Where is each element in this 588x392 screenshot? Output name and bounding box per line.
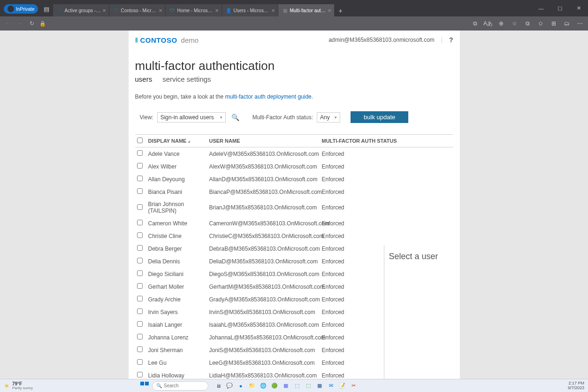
row-checkbox[interactable] — [137, 188, 143, 194]
bulk-update-button[interactable]: bulk update — [351, 111, 408, 123]
row-checkbox[interactable] — [137, 283, 143, 289]
row-checkbox[interactable] — [137, 321, 143, 327]
browser-tab[interactable]: 👤Users - Microsoft Entra admin c…✕ — [222, 4, 278, 16]
browser-tab[interactable]: 🛡Contoso - Microsoft Entra admin…✕ — [109, 4, 166, 16]
taskbar-app-icon[interactable]: 💬 — [225, 382, 234, 390]
row-checkbox[interactable] — [137, 308, 143, 314]
favorite-star-icon[interactable]: ☆ — [509, 18, 519, 29]
taskbar-app-icon[interactable]: 📁 — [248, 382, 256, 390]
zoom-icon[interactable]: ⊕ — [496, 18, 506, 29]
tab-close-icon[interactable]: ✕ — [271, 8, 275, 13]
taskbar-app-icon[interactable]: ✉ — [327, 382, 335, 390]
mfa-status-select[interactable]: Any ▾ — [317, 112, 340, 123]
tab-actions-icon[interactable]: ▤ — [42, 4, 51, 14]
weather-desc: Partly sunny — [12, 386, 33, 390]
browser-tab[interactable]: 🛡Home - Microsoft 365 security✕ — [166, 4, 222, 16]
row-checkbox[interactable] — [137, 372, 143, 377]
select-all-checkbox[interactable] — [137, 138, 143, 143]
taskbar-app-icon[interactable]: ● — [237, 382, 245, 390]
help-icon[interactable]: ? — [449, 36, 453, 44]
view-select[interactable]: Sign-in allowed users ▾ — [157, 112, 226, 123]
split-screen-icon[interactable]: ⧉ — [522, 18, 533, 29]
row-checkbox[interactable] — [137, 232, 143, 238]
lock-icon[interactable]: 🔒 — [39, 21, 46, 27]
taskbar-app-icon[interactable]: 🟢 — [270, 382, 279, 390]
table-row[interactable]: Adele VanceAdeleV@M365x85368103.OnMicros… — [135, 147, 453, 161]
row-checkbox[interactable] — [137, 359, 143, 365]
back-button[interactable]: ← — [3, 19, 12, 28]
cell-user-name: ChristieC@M365x85368103.OnMicrosoft.com — [207, 230, 320, 242]
column-mfa-status[interactable]: MULTI-FACTOR AUTH STATUS — [320, 135, 453, 147]
table-row[interactable]: Brian Johnson (TAILSPIN)BrianJ@M365x8536… — [135, 198, 453, 217]
row-checkbox[interactable] — [137, 296, 143, 301]
read-aloud-icon[interactable]: Aあ — [483, 18, 493, 29]
cell-display-name: Adele Vance — [146, 147, 207, 161]
browser-tab[interactable]: ⬚Active groups - Microsoft 365 …✕ — [53, 4, 109, 16]
taskbar-app-icon[interactable]: ▦ — [282, 382, 290, 390]
favorites-bar-icon[interactable]: ✩ — [535, 18, 546, 29]
row-checkbox[interactable] — [137, 220, 143, 225]
row-checkbox[interactable] — [137, 346, 143, 352]
new-tab-button[interactable]: + — [335, 7, 346, 16]
close-window-button[interactable]: ✕ — [569, 0, 588, 16]
cell-mfa-status: Enforced — [320, 198, 453, 217]
cell-display-name: Grady Archie — [146, 293, 207, 306]
deployment-guide-link[interactable]: multi-factor auth deployment guide — [225, 93, 312, 100]
forward-button[interactable]: → — [15, 19, 24, 28]
tab-close-icon[interactable]: ✕ — [159, 8, 162, 13]
taskbar-app-icon[interactable]: ▦ — [315, 382, 324, 390]
search-icon[interactable]: 🔍 — [231, 114, 239, 121]
tab-close-icon[interactable]: ✕ — [102, 8, 106, 13]
taskbar-app-icon[interactable]: ✂ — [349, 382, 358, 390]
taskbar-app-icon[interactable]: 🖥 — [214, 382, 222, 390]
cell-display-name: Allan Deyoung — [146, 173, 207, 185]
maximize-button[interactable]: ▢ — [550, 0, 569, 16]
reload-button[interactable]: ↻ — [27, 19, 37, 28]
cell-mfa-status: Enforced — [320, 173, 453, 185]
page-viewport[interactable]: ⦀ CONTOSO demo admin@M365x85368103.onmic… — [0, 31, 588, 381]
row-checkbox[interactable] — [137, 150, 143, 156]
cell-user-name: DeliaD@M365x85368103.OnMicrosoft.com — [207, 255, 320, 268]
table-row[interactable]: Allan DeyoungAllanD@M365x85368103.OnMicr… — [135, 173, 453, 185]
row-checkbox[interactable] — [137, 334, 143, 339]
taskbar-app-icon[interactable]: 🌐 — [259, 382, 267, 390]
tab-users[interactable]: users — [135, 75, 153, 83]
tab-service-settings[interactable]: service settings — [162, 75, 211, 83]
taskbar-app-icon[interactable]: 📝 — [338, 382, 346, 390]
start-button[interactable] — [140, 381, 149, 391]
row-checkbox[interactable] — [137, 270, 143, 276]
table-row[interactable]: Cameron WhiteCameronW@M365x85368103.OnMi… — [135, 217, 453, 230]
table-row[interactable]: Bianca PisaniBiancaP@M365x85368103.OnMic… — [135, 185, 453, 198]
cell-display-name: Lee Gu — [146, 356, 207, 369]
column-user-name[interactable]: USER NAME — [207, 135, 320, 147]
row-checkbox[interactable] — [137, 204, 143, 210]
collections-icon[interactable]: 🗂 — [562, 18, 572, 29]
browser-tab[interactable]: ▦Multi-factor authentication✕ — [278, 4, 335, 16]
taskbar-clock[interactable]: 2:17 PM 9/7/2023 — [568, 381, 584, 391]
tab-close-icon[interactable]: ✕ — [328, 8, 331, 13]
row-checkbox[interactable] — [137, 163, 143, 169]
taskbar-app-icon[interactable]: ⬚ — [304, 382, 313, 390]
table-row[interactable]: Alex WilberAlexW@M365x85368103.OnMicroso… — [135, 160, 453, 173]
row-checkbox[interactable] — [137, 176, 143, 181]
more-icon[interactable]: ⋯ — [575, 18, 585, 29]
extensions-icon[interactable]: ⊞ — [549, 18, 559, 29]
cell-user-name: JoniS@M365x85368103.OnMicrosoft.com — [207, 344, 320, 356]
tab-actions-addr-icon[interactable]: ⧉ — [470, 18, 480, 29]
cell-user-name: AlexW@M365x85368103.OnMicrosoft.com — [207, 160, 320, 173]
cell-user-name: IrvinS@M365x85368103.OnMicrosoft.com — [207, 306, 320, 318]
windows-taskbar: ☀ 79°F Partly sunny 🔍 Search 🖥💬●📁🌐🟢▦⬚⬚▦✉… — [0, 379, 588, 392]
row-checkbox[interactable] — [137, 245, 143, 251]
minimize-button[interactable]: — — [532, 0, 550, 16]
table-row[interactable]: Christie ClineChristieC@M365x85368103.On… — [135, 230, 453, 242]
row-checkbox[interactable] — [137, 258, 143, 263]
mfa-status-label: Multi-Factor Auth status: — [252, 114, 313, 121]
tab-title: Users - Microsoft Entra admin c… — [233, 8, 269, 13]
tab-close-icon[interactable]: ✕ — [215, 8, 219, 13]
taskbar-weather[interactable]: ☀ 79°F Partly sunny — [4, 382, 33, 390]
column-display-name[interactable]: DISPLAY NAME — [146, 135, 207, 147]
intro-text: Before you begin, take a look at the mul… — [135, 93, 453, 100]
page-subtabs: users service settings — [135, 75, 453, 83]
taskbar-app-icon[interactable]: ⬚ — [293, 382, 301, 390]
taskbar-search[interactable]: 🔍 Search — [152, 381, 208, 391]
